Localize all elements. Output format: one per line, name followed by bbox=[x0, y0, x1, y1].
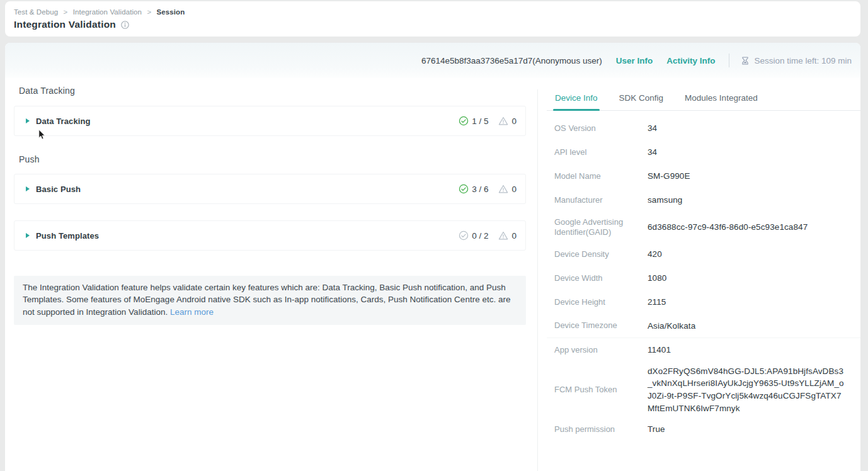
row-value: Asia/Kolkata bbox=[648, 320, 845, 332]
passed-check-icon-gray bbox=[459, 230, 469, 241]
validation-counts: 1 / 5 0 bbox=[459, 116, 517, 126]
tab-device-info[interactable]: Device Info bbox=[553, 93, 600, 110]
accordion-row-data-tracking[interactable]: Data Tracking 1 / 5 0 bbox=[14, 106, 526, 136]
row-label: API level bbox=[554, 147, 648, 157]
session-id: 67614e5b8f3aa3736e5a17d7(Anonymous user) bbox=[421, 56, 602, 65]
hourglass-icon bbox=[741, 56, 750, 65]
feature-note-text: The Integration Validation feature helps… bbox=[23, 283, 510, 317]
passed-count: 3 / 6 bbox=[472, 184, 488, 194]
user-info-link[interactable]: User Info bbox=[616, 56, 653, 65]
tab-modules-integrated[interactable]: Modules Integrated bbox=[683, 93, 760, 110]
row-label: Google Advertising Identifier(GAID) bbox=[554, 217, 648, 238]
passed-count: 0 / 2 bbox=[472, 231, 488, 241]
row-label: OS Version bbox=[554, 123, 648, 133]
section-title-push: Push bbox=[19, 154, 40, 164]
activity-info-link[interactable]: Activity Info bbox=[666, 56, 715, 65]
table-row-api-level: API level 34 bbox=[547, 140, 860, 164]
row-value: 6d3688cc-97c9-43f6-86d0-e5c93e1ca847 bbox=[648, 221, 845, 234]
row-label: FCM Push Token bbox=[554, 385, 648, 395]
table-row-manufacturer: Manufacturer samsung bbox=[547, 188, 860, 212]
warning-count: 0 bbox=[511, 184, 517, 194]
row-label: App version bbox=[554, 345, 648, 355]
row-value: 420 bbox=[648, 248, 845, 261]
breadcrumb-item-integration-validation[interactable]: Integration Validation bbox=[73, 8, 142, 16]
row-label: Model Name bbox=[554, 171, 648, 181]
row-label: Manufacturer bbox=[554, 195, 648, 205]
row-value: SM-G990E bbox=[648, 170, 845, 183]
passed-count: 1 / 5 bbox=[472, 116, 488, 126]
warning-count: 0 bbox=[511, 231, 517, 241]
table-row-fcm-push-token: FCM Push Token dXo2FRyQS6mV84hGG-DJL5:AP… bbox=[547, 362, 860, 417]
row-value: 34 bbox=[648, 122, 845, 135]
table-row-device-timezone: Device Timezone Asia/Kolkata bbox=[547, 314, 860, 338]
accordion-label: Data Tracking bbox=[36, 116, 91, 126]
vertical-divider bbox=[729, 54, 729, 67]
accordion-label: Basic Push bbox=[36, 184, 81, 194]
mouse-cursor bbox=[38, 130, 47, 144]
warning-count: 0 bbox=[511, 116, 517, 126]
tab-sdk-config[interactable]: SDK Config bbox=[617, 93, 666, 110]
accordion-row-push-templates[interactable]: Push Templates 0 / 2 0 bbox=[14, 220, 526, 251]
row-value: True bbox=[648, 423, 845, 436]
row-value: 1080 bbox=[648, 272, 845, 285]
device-details-panel: Device Info SDK Config Modules Integrate… bbox=[547, 89, 860, 441]
accordion-row-basic-push[interactable]: Basic Push 3 / 6 0 bbox=[14, 174, 526, 204]
breadcrumb-separator: > bbox=[147, 8, 151, 16]
row-label: Device Height bbox=[554, 297, 648, 307]
row-value: 2115 bbox=[648, 296, 845, 309]
feature-note: The Integration Validation feature helps… bbox=[14, 276, 526, 325]
breadcrumb-item-session: Session bbox=[157, 8, 185, 16]
warning-triangle-icon bbox=[498, 184, 508, 194]
caret-right-icon bbox=[26, 186, 30, 191]
panel-divider bbox=[537, 89, 538, 471]
breadcrumb-item-test-debug[interactable]: Test & Debug bbox=[14, 8, 58, 16]
row-label: Device Width bbox=[554, 273, 648, 283]
caret-right-icon bbox=[26, 233, 30, 238]
row-value: samsung bbox=[648, 194, 845, 207]
passed-check-icon bbox=[459, 116, 469, 126]
accordion-label: Push Templates bbox=[36, 231, 99, 241]
learn-more-link[interactable]: Learn more bbox=[170, 307, 214, 317]
table-row-model-name: Model Name SM-G990E bbox=[547, 164, 860, 188]
table-row-device-density: Device Density 420 bbox=[547, 242, 860, 266]
page-header-card: Test & Debug > Integration Validation > … bbox=[5, 1, 860, 37]
row-value: dXo2FRyQS6mV84hGG-DJL5:APA91bHjfsAvDBs3_… bbox=[648, 365, 845, 414]
row-label: Device Density bbox=[554, 249, 648, 259]
row-value: 34 bbox=[648, 146, 845, 159]
section-title-data-tracking: Data Tracking bbox=[19, 86, 75, 96]
table-row-app-version: App version 11401 bbox=[547, 338, 860, 362]
device-info-table: OS Version 34 API level 34 Model Name SM… bbox=[547, 116, 860, 441]
page-title: Integration Validation bbox=[14, 19, 116, 30]
row-value: 11401 bbox=[648, 344, 845, 356]
breadcrumb-separator: > bbox=[64, 8, 68, 16]
passed-check-icon bbox=[459, 184, 469, 194]
warning-triangle-icon bbox=[498, 230, 508, 241]
info-icon[interactable] bbox=[120, 20, 130, 30]
validation-counts: 0 / 2 0 bbox=[459, 230, 517, 241]
row-label: Push permission bbox=[554, 424, 648, 434]
warning-triangle-icon bbox=[498, 116, 508, 126]
details-tabs: Device Info SDK Config Modules Integrate… bbox=[547, 89, 860, 111]
table-row-push-permission: Push permission True bbox=[547, 417, 860, 441]
session-main-card: 67614e5b8f3aa3736e5a17d7(Anonymous user)… bbox=[5, 43, 860, 471]
table-row-device-width: Device Width 1080 bbox=[547, 266, 860, 290]
session-time-left: Session time left: 109 min bbox=[754, 56, 852, 65]
breadcrumb: Test & Debug > Integration Validation > … bbox=[14, 8, 185, 16]
validation-counts: 3 / 6 0 bbox=[459, 184, 517, 194]
row-label: Device Timezone bbox=[554, 321, 648, 331]
caret-right-icon bbox=[26, 118, 30, 123]
table-row-device-height: Device Height 2115 bbox=[547, 290, 860, 314]
table-row-os-version: OS Version 34 bbox=[547, 116, 860, 140]
table-row-gaid: Google Advertising Identifier(GAID) 6d36… bbox=[547, 212, 860, 242]
